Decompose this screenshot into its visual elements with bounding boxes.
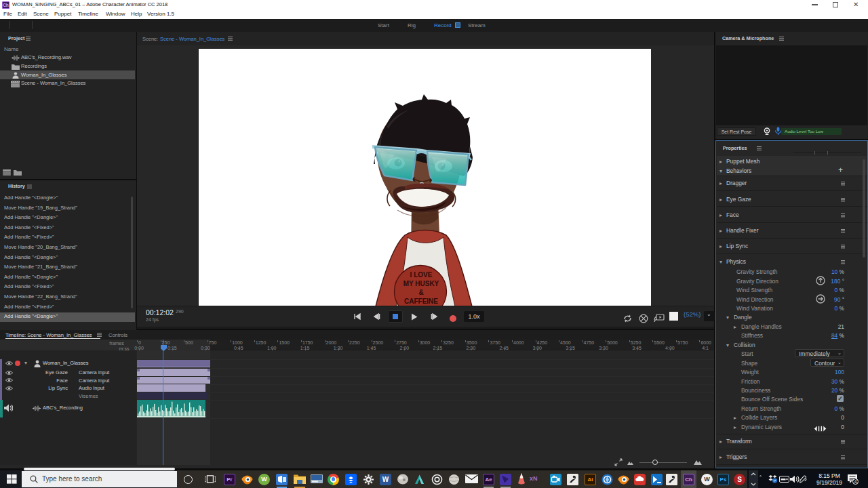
svg-text:I LOVE: I LOVE <box>410 271 433 279</box>
svg-text:4: 4 <box>854 479 857 484</box>
svg-text:MY HUSKY: MY HUSKY <box>403 280 439 287</box>
svg-text:&: & <box>418 289 423 296</box>
svg-text:CAFFEINE: CAFFEINE <box>404 298 438 305</box>
